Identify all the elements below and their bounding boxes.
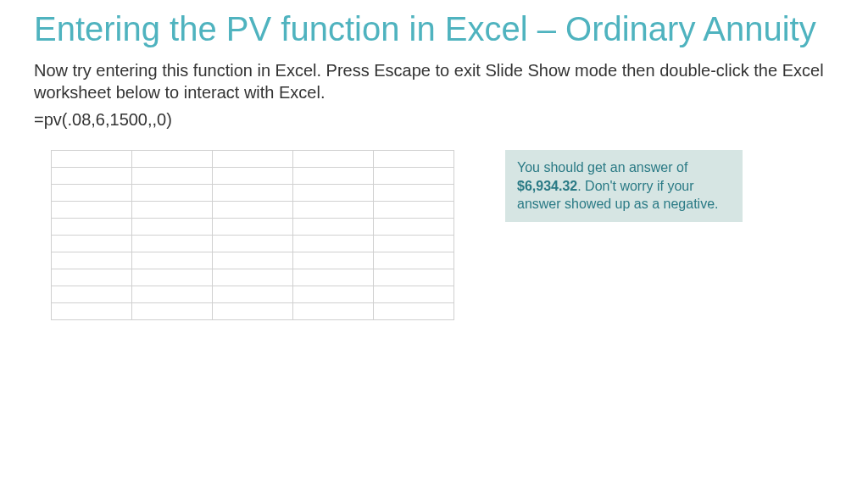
table-cell[interactable] — [213, 168, 293, 185]
table-cell[interactable] — [293, 185, 374, 202]
table-cell[interactable] — [213, 252, 293, 269]
table-cell[interactable] — [213, 286, 293, 303]
table-cell[interactable] — [52, 303, 132, 320]
table-cell[interactable] — [293, 202, 374, 219]
slide-title: Entering the PV function in Excel – Ordi… — [34, 8, 834, 49]
table-cell[interactable] — [132, 219, 213, 236]
table-row — [52, 202, 454, 219]
table-cell[interactable] — [132, 303, 213, 320]
table-row — [52, 236, 454, 252]
table-cell[interactable] — [52, 151, 132, 168]
formula-text: =pv(.08,6,1500,,0) — [34, 110, 834, 130]
table-cell[interactable] — [52, 286, 132, 303]
table-cell[interactable] — [132, 286, 213, 303]
table-cell[interactable] — [374, 151, 454, 168]
table-cell[interactable] — [374, 252, 454, 269]
table-cell[interactable] — [52, 236, 132, 252]
table-cell[interactable] — [293, 252, 374, 269]
table-cell[interactable] — [293, 236, 374, 252]
table-cell[interactable] — [293, 303, 374, 320]
table-cell[interactable] — [374, 168, 454, 185]
table-row — [52, 151, 454, 168]
callout-value: $6,934.32 — [517, 179, 577, 193]
table-row — [52, 252, 454, 269]
table-cell[interactable] — [132, 185, 213, 202]
table-cell[interactable] — [132, 202, 213, 219]
table-cell[interactable] — [293, 168, 374, 185]
table-cell[interactable] — [213, 151, 293, 168]
table-cell[interactable] — [52, 269, 132, 286]
table-cell[interactable] — [293, 219, 374, 236]
table-row — [52, 269, 454, 286]
answer-callout: You should get an answer of $6,934.32. D… — [505, 150, 743, 222]
table-row — [52, 303, 454, 320]
excel-worksheet[interactable] — [51, 150, 454, 320]
table-cell[interactable] — [374, 303, 454, 320]
table-cell[interactable] — [132, 168, 213, 185]
slide-body-text: Now try entering this function in Excel.… — [34, 59, 834, 103]
table-cell[interactable] — [213, 219, 293, 236]
table-cell[interactable] — [293, 286, 374, 303]
table-cell[interactable] — [374, 236, 454, 252]
table-cell[interactable] — [213, 185, 293, 202]
table-cell[interactable] — [374, 286, 454, 303]
table-row — [52, 168, 454, 185]
table-cell[interactable] — [293, 151, 374, 168]
table-cell[interactable] — [374, 185, 454, 202]
table-row — [52, 219, 454, 236]
table-cell[interactable] — [132, 252, 213, 269]
table-cell[interactable] — [213, 236, 293, 252]
table-cell[interactable] — [52, 219, 132, 236]
callout-pre: You should get an answer of — [517, 160, 687, 175]
table-cell[interactable] — [132, 236, 213, 252]
table-cell[interactable] — [52, 252, 132, 269]
table-cell[interactable] — [293, 269, 374, 286]
table-cell[interactable] — [374, 269, 454, 286]
content-row: You should get an answer of $6,934.32. D… — [34, 150, 834, 320]
table-cell[interactable] — [213, 303, 293, 320]
slide-container: Entering the PV function in Excel – Ordi… — [0, 0, 868, 354]
table-cell[interactable] — [52, 168, 132, 185]
table-cell[interactable] — [374, 202, 454, 219]
table-cell[interactable] — [213, 269, 293, 286]
table-cell[interactable] — [132, 269, 213, 286]
table-row — [52, 185, 454, 202]
table-cell[interactable] — [213, 202, 293, 219]
table-cell[interactable] — [132, 151, 213, 168]
table-cell[interactable] — [52, 202, 132, 219]
table-cell[interactable] — [374, 219, 454, 236]
table-row — [52, 286, 454, 303]
table-cell[interactable] — [52, 185, 132, 202]
